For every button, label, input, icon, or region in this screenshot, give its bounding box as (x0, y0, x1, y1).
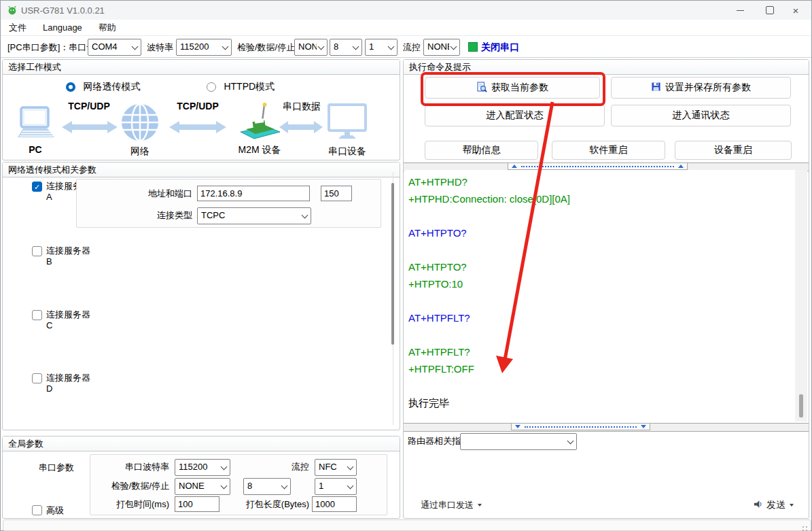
server-d-checkbox[interactable] (32, 373, 42, 383)
terminal-line: AT+HTPFLT? (408, 343, 798, 360)
scrollbar-thumb[interactable] (799, 394, 803, 417)
send-button[interactable]: 发送 (753, 499, 794, 511)
server-d-label: 连接服务器 (46, 373, 90, 383)
conn-type-select[interactable]: TCPC (197, 207, 311, 224)
global-params-title: 全局参数 (3, 436, 400, 451)
status-bar (3, 519, 811, 531)
global-stop-bits-select[interactable]: 1 (315, 478, 357, 495)
global-parity-select[interactable]: NONE (175, 478, 230, 495)
send-input-area[interactable]: 通过串口发送 发送 (404, 451, 809, 517)
device-restart-button[interactable]: 设备重启 (675, 141, 792, 160)
collapse-up-icon (512, 165, 517, 168)
terminal-line (408, 241, 798, 258)
port-input[interactable] (321, 186, 352, 201)
splitter-handle[interactable] (508, 162, 688, 170)
global-flow-select[interactable]: NFC (315, 459, 357, 476)
flow-select[interactable]: NONE (423, 39, 460, 56)
speaker-icon (753, 499, 763, 511)
chevron-down-icon (353, 44, 359, 50)
server-a-checkbox[interactable]: ✓ (32, 182, 42, 192)
close-icon: × (793, 5, 799, 16)
magnifier-document-icon (476, 82, 487, 95)
net-params-group: 网络透传模式相关参数 ✓ 连接服务器 A 地址和端口 连接类型 TCPC 连接服… (2, 162, 400, 430)
scrollbar-thumb[interactable] (391, 183, 394, 345)
data-bits-select[interactable]: 8 (330, 39, 362, 56)
splitter-dots (521, 166, 674, 167)
command-panel-title: 执行命令及提示 (404, 60, 809, 75)
radio-transparent-mode[interactable]: 网络透传模式 (66, 80, 140, 93)
parity-label: 检验/数据/停止 (237, 41, 295, 54)
enter-comm-button[interactable]: 进入通讯状态 (611, 105, 791, 126)
splitter-dots (525, 426, 637, 428)
radio-httpd-label: HTTPD模式 (224, 81, 275, 92)
chevron-down-icon (318, 44, 325, 50)
server-b-label: 连接服务器 (46, 245, 90, 256)
minimize-icon (737, 10, 744, 11)
dropdown-arrow-icon (790, 504, 794, 507)
resize-grip[interactable] (806, 526, 807, 528)
dropdown-arrow-icon (478, 504, 482, 507)
pack-len-input[interactable] (312, 496, 357, 512)
terminal-scrollbar[interactable] (795, 170, 807, 422)
terminal-line (408, 292, 798, 309)
send-via-serial-dropdown[interactable]: 通过串口发送 (421, 499, 482, 511)
server-b-id: B (46, 256, 52, 267)
port-open-indicator (468, 42, 478, 52)
flow-label: 流控 (403, 41, 421, 54)
pack-len-label: 打包长度(Bytes) (239, 498, 309, 511)
terminal-line: +HTPHD:Connection: close[0D][0A] (408, 190, 798, 207)
com-port-select[interactable]: COM4 (88, 39, 141, 56)
close-port-button[interactable]: 关闭串口 (481, 41, 519, 54)
chevron-down-icon (132, 44, 139, 50)
node-network-label: 网络 (120, 145, 160, 158)
at-command-terminal[interactable]: AT+HTPHD? +HTPHD:Connection: close[0D][0… (404, 170, 798, 425)
menu-language[interactable]: Language (35, 20, 90, 36)
chevron-down-icon (567, 438, 574, 445)
advanced-checkbox[interactable] (32, 505, 42, 515)
terminal-line: 执行完毕 (408, 394, 798, 411)
advanced-label: 高级 (46, 505, 64, 516)
maximize-icon (766, 6, 774, 14)
double-arrow-icon (279, 120, 323, 137)
m2m-device-icon (235, 102, 284, 144)
horizontal-splitter-bottom (404, 423, 809, 432)
title-bar: USR-G781 V1.0.0.21 × (1, 1, 811, 20)
splitter-handle[interactable] (511, 423, 650, 430)
radio-unselected-icon (207, 82, 216, 92)
save-all-params-button[interactable]: 设置并保存所有参数 (611, 77, 791, 99)
chevron-down-icon (347, 464, 354, 470)
app-icon (7, 5, 18, 16)
maximize-button[interactable] (758, 2, 781, 18)
baud-select[interactable]: 115200 (176, 39, 232, 56)
command-panel-group: 执行命令及提示 获取当前参数 (403, 59, 809, 519)
node-pc-label: PC (14, 144, 57, 155)
minimize-button[interactable] (728, 2, 752, 18)
save-icon (651, 82, 661, 94)
terminal-line: +HTPFLT:OFF (408, 360, 798, 377)
global-baud-label: 串口波特率 (90, 461, 169, 473)
collapse-down-icon (515, 425, 520, 428)
server-b-checkbox[interactable] (32, 246, 42, 256)
global-baud-select[interactable]: 115200 (175, 459, 230, 476)
radio-httpd-mode[interactable]: HTTPD模式 (207, 80, 275, 93)
app-window: USR-G781 V1.0.0.21 × 文件 Language 帮助 [PC串… (0, 0, 812, 531)
close-button[interactable]: × (784, 2, 807, 18)
menu-file[interactable]: 文件 (1, 20, 35, 36)
terminal-line (408, 207, 798, 224)
get-params-button[interactable]: 获取当前参数 (425, 77, 600, 99)
menu-help[interactable]: 帮助 (90, 20, 124, 36)
double-arrow-icon (169, 120, 227, 137)
server-a-id: A (46, 192, 52, 203)
enter-config-button[interactable]: 进入配置状态 (425, 105, 605, 126)
parity-select[interactable]: NONE (294, 39, 328, 56)
global-parity-label: 检验/数据/停止 (90, 480, 169, 492)
server-c-checkbox[interactable] (32, 310, 42, 320)
global-data-bits-select[interactable]: 8 (243, 478, 291, 495)
terminal-line: AT+HTPFLT? (408, 309, 798, 326)
pack-time-input[interactable] (175, 496, 219, 512)
address-input[interactable] (197, 186, 310, 201)
stop-bits-select[interactable]: 1 (365, 39, 398, 56)
router-cmd-select[interactable] (460, 433, 577, 450)
software-restart-button[interactable]: 软件重启 (552, 141, 665, 160)
help-info-button[interactable]: 帮助信息 (425, 141, 538, 160)
